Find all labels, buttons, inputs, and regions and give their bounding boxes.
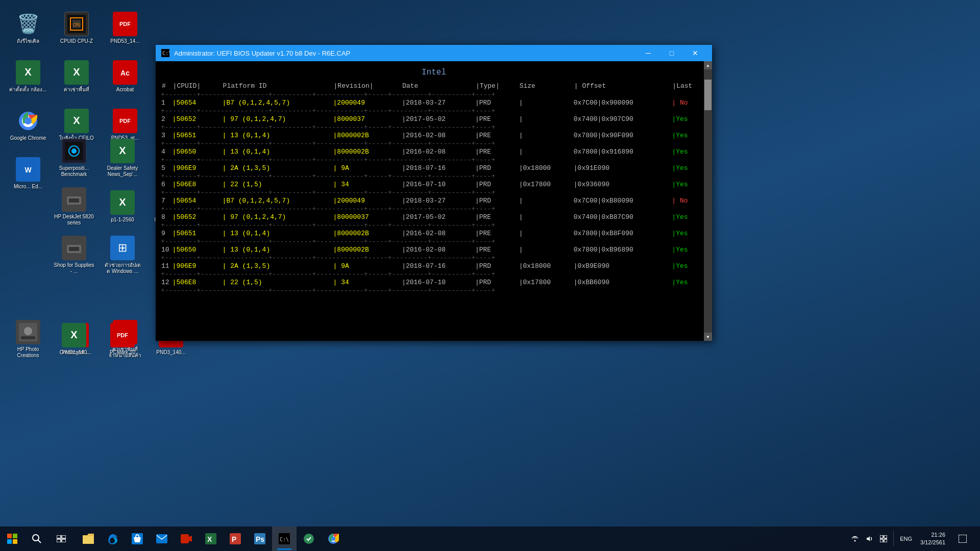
svg-point-23 — [71, 148, 77, 154]
svg-text:CPU: CPU — [73, 23, 81, 28]
taskbar-sound[interactable] — [863, 534, 876, 543]
svg-rect-88 — [884, 539, 887, 542]
svg-text:⊞: ⊞ — [118, 241, 127, 254]
taskbar-video[interactable] — [174, 527, 199, 551]
icon-pdf1[interactable]: PDF PND53_14... — [102, 5, 148, 51]
icon-recycle[interactable]: 🗑️ ถังรีไซเคิล — [5, 5, 51, 51]
svg-point-80 — [304, 534, 314, 544]
cmd-title: Administrator: UEFI BIOS Updater v1.70 b… — [174, 49, 636, 57]
svg-rect-85 — [880, 535, 883, 538]
icon-p1[interactable]: X p1-1-2560 — [100, 184, 145, 230]
svg-rect-63 — [57, 535, 61, 538]
table-divider-2: +--------+-----------------+----------+-… — [160, 107, 708, 115]
svg-text:X: X — [70, 329, 78, 340]
table-divider-13: +--------+-----------------+----------+-… — [160, 287, 708, 294]
table-divider-3: +--------+-----------------+----------+-… — [160, 123, 708, 131]
table-row: 10 |50650 | 13 (0,1,4) |8000002B |2016-0… — [160, 245, 708, 254]
svg-rect-70 — [181, 534, 189, 543]
taskbar-edge[interactable] — [101, 527, 125, 551]
cmd-close-btn[interactable]: ✕ — [683, 45, 707, 61]
icon-dealer[interactable]: X Dealer Safety News_Sep'... — [100, 135, 145, 181]
cmd-scrollbar[interactable]: ▲ ▼ — [704, 61, 712, 341]
start-button[interactable] — [0, 527, 24, 551]
taskbar-time: 21:26 — [920, 531, 945, 539]
table-header-row: # |CPUID| Platform ID |Revision| Date |T… — [160, 81, 708, 91]
cmd-window: C:\ Administrator: UEFI BIOS Updater v1.… — [156, 45, 712, 341]
cmd-titlebar[interactable]: C:\ Administrator: UEFI BIOS Updater v1.… — [156, 45, 712, 61]
svg-text:Ps: Ps — [256, 535, 264, 543]
icon-acrobat[interactable]: Ac Acrobat — [102, 54, 148, 99]
cmd-controls: ─ □ ✕ — [636, 45, 707, 61]
taskbar-file-explorer[interactable] — [76, 527, 101, 551]
svg-text:X: X — [24, 66, 32, 78]
svg-text:W: W — [24, 166, 32, 174]
svg-point-84 — [854, 540, 856, 542]
svg-text:X: X — [207, 535, 212, 543]
icon-shop[interactable]: Shop for Supplies - ... — [51, 232, 97, 278]
svg-point-43 — [24, 327, 32, 335]
icon-excel1[interactable]: X ค่าตั้ดตั้ง กล้อง... — [5, 54, 51, 99]
taskbar-powerpoint[interactable]: P — [223, 527, 248, 551]
svg-rect-57 — [7, 534, 12, 538]
table-divider-9: +--------+-----------------+----------+-… — [160, 221, 708, 229]
table-row: 12 |506E8 | 22 (1,5) | 34 |2016-07-10 |P… — [160, 278, 708, 287]
table-row: 11 |906E9 | 2A (1,3,5) | 9A |2018-07-16 … — [160, 262, 708, 270]
svg-rect-86 — [884, 535, 887, 538]
table-divider-5: +--------+-----------------+----------+-… — [160, 156, 708, 164]
cmd-minimize-btn[interactable]: ─ — [636, 45, 660, 61]
cmd-maximize-btn[interactable]: □ — [660, 45, 683, 61]
svg-rect-59 — [7, 539, 12, 544]
taskbar-date: 3/12/2561 — [920, 539, 945, 546]
icon-micro[interactable]: W Micro... Ed... — [5, 151, 51, 196]
svg-rect-44 — [21, 336, 35, 339]
svg-rect-87 — [880, 539, 883, 542]
cmd-scroll-down[interactable]: ▼ — [704, 333, 712, 341]
cmd-icon: C:\ — [161, 48, 170, 58]
icon-hp-deskjet[interactable]: HP DeskJet 5820 series — [51, 184, 97, 230]
taskbar-search-btn[interactable] — [24, 527, 49, 551]
icon-chrome[interactable]: Google Chrome — [5, 102, 51, 148]
cmd-content: Intel # |CPUID| Platform ID |Revision| D… — [156, 61, 712, 341]
table-row: 8 |50652 | 97 (0,1,2,4,7) |80000037 |201… — [160, 213, 708, 221]
svg-rect-64 — [62, 535, 66, 538]
taskbar-cmd[interactable]: C:\ — [272, 527, 297, 551]
icon-creditcard2[interactable]: X Creditcardt... — [51, 316, 97, 362]
taskbar-excel[interactable]: X — [199, 527, 223, 551]
svg-rect-69 — [156, 534, 167, 543]
taskbar-network[interactable] — [848, 534, 862, 543]
svg-rect-66 — [62, 539, 66, 542]
table-divider-6: +--------+-----------------+----------+-… — [160, 172, 708, 180]
taskbar-notification-btn[interactable] — [950, 527, 975, 551]
table-divider-1: +--------+-----------------+----------+-… — [160, 91, 708, 98]
icon-hp-photo[interactable]: HP Photo Creations — [5, 316, 51, 362]
cmd-scroll-thumb[interactable] — [704, 80, 712, 110]
icon-pcmark[interactable]: PDF PCMark 10 — [100, 316, 145, 362]
taskbar-security[interactable] — [297, 527, 321, 551]
taskbar-clock[interactable]: 21:26 3/12/2561 — [916, 530, 949, 548]
svg-text:C:\: C:\ — [280, 537, 289, 542]
svg-rect-89 — [959, 535, 967, 543]
icon-superposition[interactable]: Superpositi... Benchmark — [51, 135, 97, 181]
taskbar-action-center[interactable] — [877, 534, 890, 543]
svg-rect-60 — [13, 539, 17, 544]
cmd-scroll-track[interactable] — [704, 69, 712, 333]
icon-excel2[interactable]: X ค่าเช่าพื้นที่ — [54, 54, 100, 99]
svg-text:P: P — [232, 535, 236, 543]
svg-rect-67 — [83, 536, 94, 544]
table-row: 9 |50651 | 13 (0,1,4) |8000002B |2016-02… — [160, 229, 708, 238]
taskbar-right: ENG 21:26 3/12/2561 — [843, 527, 980, 551]
table-divider-4: +--------+-----------------+----------+-… — [160, 140, 708, 147]
taskbar-language[interactable]: ENG — [897, 535, 915, 543]
taskbar-ps[interactable]: Ps — [248, 527, 272, 551]
icon-cpuid[interactable]: CPU CPUID CPU-Z — [54, 5, 100, 51]
svg-text:X: X — [119, 196, 126, 208]
task-view-btn[interactable] — [49, 527, 74, 551]
icon-update[interactable]: ⊞ ตัวช่วยการอัปเด ต Windows ... — [100, 232, 145, 278]
svg-text:X: X — [119, 145, 126, 156]
svg-text:PDF: PDF — [119, 21, 131, 27]
taskbar-store[interactable] — [125, 527, 150, 551]
taskbar-mail[interactable] — [150, 527, 174, 551]
svg-point-83 — [331, 537, 335, 541]
cmd-scroll-up[interactable]: ▲ — [704, 61, 712, 69]
taskbar-chrome[interactable] — [321, 527, 346, 551]
